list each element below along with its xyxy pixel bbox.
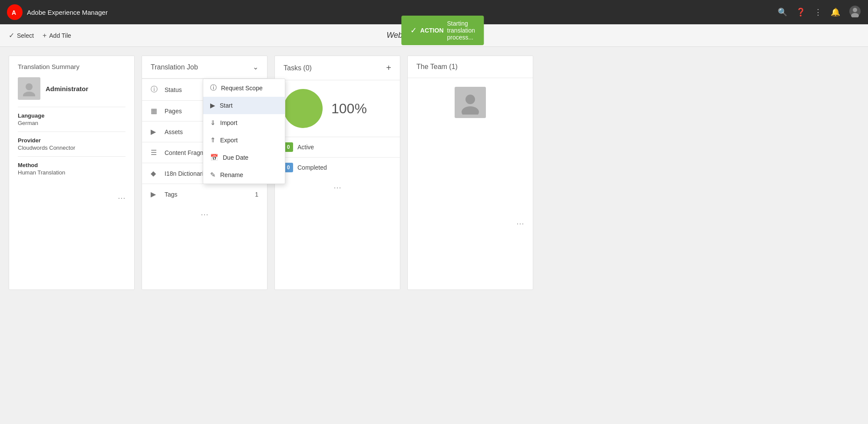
- search-icon[interactable]: 🔍: [778, 7, 787, 17]
- job-row-tags: ▶ Tags 1: [142, 184, 267, 204]
- date-icon: 📅: [210, 154, 218, 161]
- svg-text:A: A: [12, 9, 16, 16]
- team-title: The Team (1): [416, 63, 458, 71]
- nav-left: A Adobe Experience Manager: [7, 4, 108, 20]
- dropdown-due-date[interactable]: 📅 Due Date: [203, 149, 285, 166]
- select-label: Select: [17, 32, 34, 39]
- job-card-header: Translation Job ⌄: [142, 56, 267, 79]
- user-icon[interactable]: [849, 5, 861, 20]
- plus-icon: +: [43, 32, 46, 39]
- main-content: Translation Summary Administrator Langua…: [0, 47, 868, 299]
- dropdown-export[interactable]: ⇑ Export: [203, 131, 285, 149]
- assets-label: Assets: [165, 128, 183, 135]
- active-label: Active: [297, 144, 314, 151]
- tasks-more-options-icon[interactable]: ⋯: [333, 183, 341, 192]
- status-row-completed: 0 Completed: [275, 157, 400, 177]
- action-label: ACTION: [420, 27, 444, 34]
- completed-count: 0: [287, 164, 290, 171]
- summary-card-header: Translation Summary: [9, 56, 134, 70]
- top-navigation: A Adobe Experience Manager ✓ ACTION Star…: [0, 0, 868, 24]
- dropdown-label-request-scope: Request Scope: [221, 85, 263, 92]
- summary-body: Administrator Language German Provider C…: [9, 70, 134, 188]
- summary-title: Translation Summary: [18, 63, 79, 70]
- job-dropdown-button[interactable]: ⌄: [253, 63, 258, 71]
- scope-icon: ⓘ: [210, 84, 217, 92]
- add-task-button[interactable]: +: [386, 63, 391, 73]
- help-icon[interactable]: ❓: [796, 7, 805, 17]
- translation-summary-card: Translation Summary Administrator Langua…: [9, 56, 135, 290]
- team-card-header: The Team (1): [408, 56, 533, 78]
- percent-text: 100%: [331, 101, 367, 117]
- method-value: Human Translation: [18, 169, 125, 176]
- status-icon: ⓘ: [151, 85, 159, 94]
- app-title: Adobe Experience Manager: [27, 9, 108, 16]
- dropdown-label-import: Import: [220, 119, 238, 126]
- completed-label: Completed: [297, 164, 327, 171]
- tasks-footer: ⋯: [275, 177, 400, 197]
- apps-icon[interactable]: ⋮: [814, 7, 822, 17]
- action-banner: ✓ ACTION Starting translation process...: [402, 16, 484, 45]
- pages-label: Pages: [165, 108, 182, 115]
- job-title: Translation Job: [151, 63, 198, 71]
- user-row: Administrator: [18, 77, 125, 100]
- dropdown-label-export: Export: [220, 137, 238, 144]
- rename-icon: ✎: [210, 171, 216, 179]
- assets-icon: ▶: [151, 128, 159, 136]
- dict-icon: ◆: [151, 169, 159, 177]
- content-icon: ☰: [151, 148, 159, 157]
- dropdown-label-due-date: Due Date: [223, 154, 248, 161]
- language-label: Language: [18, 112, 125, 119]
- tags-icon: ▶: [151, 190, 159, 198]
- pages-icon: ▦: [151, 107, 159, 115]
- tasks-card-header: Tasks (0) +: [275, 56, 400, 80]
- method-label: Method: [18, 162, 125, 168]
- team-more-options-icon[interactable]: ⋯: [516, 219, 524, 228]
- translation-job-card: Translation Job ⌄ ⓘ Request Scope ▶ Star…: [142, 56, 267, 290]
- team-member: [416, 87, 524, 118]
- provider-label: Provider: [18, 137, 125, 144]
- tags-label: Tags: [165, 191, 178, 198]
- method-section: Method Human Translation: [18, 156, 125, 181]
- team-member-avatar: [455, 87, 486, 118]
- tags-count: 1: [255, 191, 258, 198]
- start-icon: ▶: [210, 102, 215, 109]
- provider-value: Cloudwords Connector: [18, 145, 125, 151]
- export-icon: ⇑: [210, 136, 216, 144]
- add-tile-label: Add Tile: [49, 32, 71, 39]
- import-icon: ⇓: [210, 119, 216, 127]
- check-icon: ✓: [410, 26, 417, 35]
- dropdown-label-start: Start: [220, 102, 233, 109]
- active-count: 0: [287, 144, 290, 150]
- team-footer: ⋯: [408, 214, 533, 233]
- provider-section: Provider Cloudwords Connector: [18, 131, 125, 156]
- progress-circle: [284, 89, 323, 128]
- svg-point-6: [23, 92, 35, 96]
- bell-icon[interactable]: 🔔: [831, 7, 840, 17]
- check-circle-icon: ✓: [9, 31, 14, 39]
- dropdown-import[interactable]: ⇓ Import: [203, 114, 285, 131]
- svg-point-5: [26, 83, 33, 90]
- dropdown-request-scope[interactable]: ⓘ Request Scope: [203, 79, 285, 97]
- aem-logo[interactable]: A: [7, 4, 23, 20]
- tasks-card: Tasks (0) + 100% 0 Active 0 Completed ⋯: [274, 56, 400, 290]
- status-label: Status: [165, 86, 182, 93]
- team-card: The Team (1) ⋯: [407, 56, 533, 290]
- select-button[interactable]: ✓ Select: [9, 31, 34, 39]
- avatar: [18, 77, 40, 100]
- dropdown-label-rename: Rename: [220, 171, 243, 178]
- job-footer: ⋯: [142, 204, 267, 224]
- svg-point-8: [465, 95, 475, 104]
- tasks-title: Tasks (0): [284, 64, 312, 72]
- action-message: Starting translation process...: [447, 20, 475, 41]
- nav-right: 🔍 ❓ ⋮ 🔔: [778, 5, 861, 20]
- language-value: German: [18, 120, 125, 126]
- job-more-options-icon[interactable]: ⋯: [201, 210, 208, 219]
- dropdown-rename[interactable]: ✎ Rename: [203, 166, 285, 184]
- dropdown-start[interactable]: ▶ Start: [203, 97, 285, 114]
- user-name: Administrator: [46, 85, 88, 92]
- job-dropdown-menu: ⓘ Request Scope ▶ Start ⇓ Import ⇑ Expor…: [203, 79, 285, 184]
- language-section: Language German: [18, 107, 125, 131]
- add-tile-button[interactable]: + Add Tile: [43, 32, 71, 39]
- more-options-icon[interactable]: ⋯: [118, 194, 125, 202]
- svg-point-3: [853, 8, 857, 12]
